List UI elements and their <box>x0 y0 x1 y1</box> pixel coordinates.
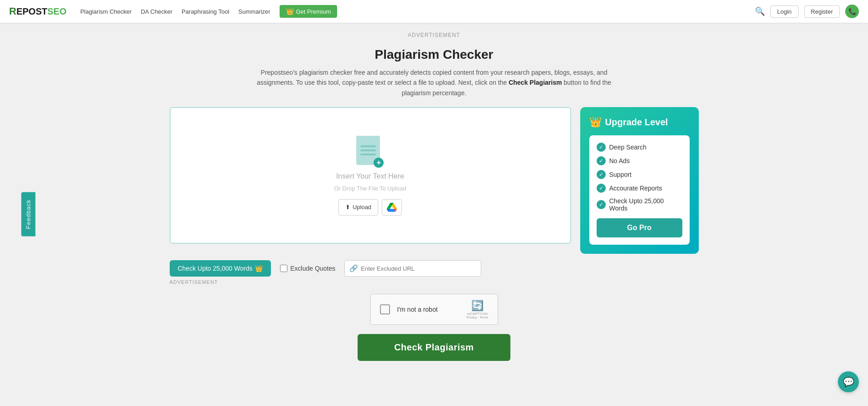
check-icon-support: ✓ <box>597 170 606 179</box>
gdrive-icon <box>387 202 397 212</box>
search-button[interactable]: 🔍 <box>755 6 765 16</box>
recaptcha-privacy: Privacy - Terms <box>466 316 488 319</box>
upgrade-feature-deep-search: ✓ Deep Search <box>597 143 682 152</box>
recaptcha-brand: reCAPTCHA <box>467 312 488 316</box>
navbar-right: 🔍 Login Register 📞 <box>755 5 859 18</box>
login-button[interactable]: Login <box>770 5 799 18</box>
text-input-area[interactable]: + Insert Your Text Here Or Drop The File… <box>170 107 571 244</box>
insert-text-label: Insert Your Text Here <box>336 172 404 180</box>
captcha-checkbox[interactable] <box>380 304 390 314</box>
excluded-url-field: 🔗 <box>344 260 481 277</box>
nav-links: Plagiarism Checker DA Checker Paraphrasi… <box>80 5 755 18</box>
exclude-quotes-label[interactable]: Exclude Quotes <box>280 265 335 272</box>
upgrade-features-list: ✓ Deep Search ✓ No Ads ✓ Support ✓ Accou… <box>589 135 690 245</box>
excluded-url-input[interactable] <box>361 265 476 272</box>
page-description: Prepostseo's plagiarism checker free and… <box>256 67 612 98</box>
drop-text-label: Or Drop The File To Upload <box>334 185 406 192</box>
google-drive-button[interactable] <box>382 199 402 216</box>
get-premium-button[interactable]: 👑 Get Premium <box>280 5 338 18</box>
upgrade-box: 👑 Upgrade Level ✓ Deep Search ✓ No Ads ✓… <box>580 107 699 254</box>
check-icon-no-ads: ✓ <box>597 156 606 165</box>
captcha-wrapper: I'm not a robot 🔄 reCAPTCHA Privacy - Te… <box>170 294 699 325</box>
upgrade-crown-icon: 👑 <box>589 116 602 128</box>
chat-button[interactable]: 💬 <box>838 371 859 384</box>
upload-button[interactable]: ⬆ Upload <box>338 199 378 216</box>
navbar: REPOSTSEO Plagiarism Checker DA Checker … <box>0 0 868 23</box>
nav-da-checker[interactable]: DA Checker <box>141 8 172 15</box>
go-pro-button[interactable]: Go Pro <box>597 218 682 237</box>
link-icon: 🔗 <box>349 264 358 272</box>
exclude-quotes-checkbox[interactable] <box>280 265 287 272</box>
ad-bar-top: ADVERTISEMENT <box>170 32 699 38</box>
chat-icon: 💬 <box>843 376 854 384</box>
upload-buttons: ⬆ Upload <box>338 199 402 216</box>
upgrade-feature-reports: ✓ Accourate Reports <box>597 184 682 193</box>
check-words-button[interactable]: Check Upto 25,000 Words 👑 <box>170 260 271 277</box>
nav-paraphrasing-tool[interactable]: Paraphrasing Tool <box>182 8 229 15</box>
captcha-label: I'm not a robot <box>397 306 438 313</box>
check-icon-reports: ✓ <box>597 184 606 193</box>
check-plagiarism-wrapper: Check Plagiarism <box>170 334 699 361</box>
check-plagiarism-button[interactable]: Check Plagiarism <box>358 334 510 361</box>
bottom-controls: Check Upto 25,000 Words 👑 Exclude Quotes… <box>170 260 699 277</box>
content-layout: + Insert Your Text Here Or Drop The File… <box>170 107 699 254</box>
register-button[interactable]: Register <box>804 5 840 18</box>
crown-icon: 👑 <box>286 8 294 15</box>
main-content: ADVERTISEMENT Plagiarism Checker Prepost… <box>161 23 708 384</box>
check-icon-words: ✓ <box>597 200 606 209</box>
check-icon-deep-search: ✓ <box>597 143 606 152</box>
plus-circle-icon: + <box>374 158 384 168</box>
upgrade-feature-words: ✓ Check Upto 25,000 Words <box>597 197 682 212</box>
feedback-tab[interactable]: Feedback <box>21 192 36 236</box>
document-icon: + <box>356 136 384 168</box>
nav-plagiarism-checker[interactable]: Plagiarism Checker <box>80 8 132 15</box>
captcha-box: I'm not a robot 🔄 reCAPTCHA Privacy - Te… <box>370 294 498 325</box>
site-logo[interactable]: REPOSTSEO <box>9 5 67 17</box>
upgrade-feature-support: ✓ Support <box>597 170 682 179</box>
recaptcha-icon: 🔄 <box>471 300 483 312</box>
recaptcha-logo: 🔄 reCAPTCHA Privacy - Terms <box>466 300 488 319</box>
upgrade-title: 👑 Upgrade Level <box>589 116 690 128</box>
upload-icon-area: + Insert Your Text Here Or Drop The File… <box>334 136 406 216</box>
ad-bar-bottom: ADVERTISEMENT <box>170 279 699 285</box>
page-title: Plagiarism Checker <box>170 47 699 62</box>
upgrade-feature-no-ads: ✓ No Ads <box>597 156 682 165</box>
nav-summarizer[interactable]: Summarizer <box>239 8 270 15</box>
upload-icon: ⬆ <box>345 204 350 211</box>
phone-button[interactable]: 📞 <box>845 5 859 18</box>
crown-words-icon: 👑 <box>255 265 263 272</box>
